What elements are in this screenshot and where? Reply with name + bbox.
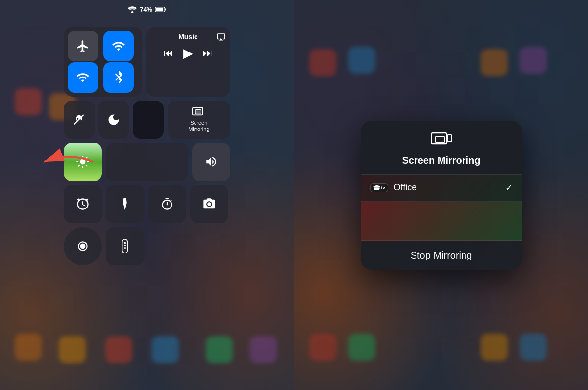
- wifi-button[interactable]: [68, 62, 98, 93]
- screen-mirroring-panel: Screen Mirroring tv Office ✓ Stop Mirror…: [361, 121, 522, 270]
- left-panel: 74%: [0, 0, 294, 390]
- camera-button[interactable]: [190, 185, 228, 223]
- alarm-button[interactable]: [64, 185, 102, 223]
- connectivity-grid: [64, 27, 142, 97]
- right-panel: Screen Mirroring tv Office ✓ Stop Mirror…: [294, 0, 588, 390]
- apple-tv-label: tv: [381, 185, 385, 190]
- mirroring-title: Screen Mirroring: [402, 155, 480, 166]
- do-not-disturb-button[interactable]: [98, 101, 129, 139]
- svg-point-10: [80, 244, 86, 249]
- mirroring-panel-icon: [431, 132, 452, 150]
- brightness-bar: [106, 143, 188, 181]
- flashlight-button[interactable]: [106, 185, 144, 223]
- battery-percentage: 74%: [140, 6, 152, 13]
- stop-mirroring-label[interactable]: Stop Mirroring: [361, 241, 522, 270]
- airplane-mode-button[interactable]: [68, 31, 98, 61]
- music-widget: Music ⏮ ▶ ⏭: [146, 27, 230, 97]
- stop-mirroring-button[interactable]: Stop Mirroring: [361, 241, 522, 270]
- volume-slider[interactable]: [192, 143, 230, 181]
- screen-mirroring-label: ScreenMirroring: [188, 120, 209, 132]
- airplay-icon[interactable]: [217, 32, 225, 41]
- svg-rect-2: [165, 8, 166, 10]
- battery-icon: [155, 6, 166, 13]
- next-button[interactable]: ⏭: [203, 48, 213, 59]
- prev-button[interactable]: ⏮: [164, 48, 173, 59]
- svg-point-12: [124, 242, 126, 244]
- mirroring-header: Screen Mirroring: [361, 121, 522, 175]
- svg-rect-11: [122, 239, 128, 253]
- last-row: [64, 227, 230, 265]
- timer-button[interactable]: [148, 185, 186, 223]
- apple-tv-badge: tv: [370, 183, 388, 192]
- device-name: Office: [394, 182, 505, 193]
- play-button[interactable]: ▶: [183, 46, 193, 61]
- control-center: Music ⏮ ▶ ⏭: [64, 27, 230, 265]
- wifi-status-icon: [128, 6, 137, 13]
- bluetooth-button[interactable]: [103, 62, 134, 93]
- svg-point-8: [207, 202, 211, 206]
- top-row: Music ⏮ ▶ ⏭: [64, 27, 230, 97]
- empty-control-button[interactable]: [133, 101, 164, 139]
- bottom-row: [64, 185, 230, 223]
- svg-rect-19: [447, 135, 452, 142]
- red-arrow: [39, 147, 98, 177]
- svg-rect-13: [124, 245, 126, 246]
- svg-rect-3: [156, 8, 163, 11]
- screen-record-button[interactable]: [64, 227, 102, 265]
- svg-rect-18: [436, 136, 444, 143]
- svg-rect-6: [196, 110, 200, 113]
- svg-point-0: [131, 11, 134, 13]
- music-controls: ⏮ ▶ ⏭: [152, 46, 224, 61]
- second-row: ScreenMirroring: [64, 101, 230, 139]
- svg-rect-15: [124, 248, 126, 249]
- device-preview: [361, 202, 522, 241]
- screen-mirroring-button[interactable]: ScreenMirroring: [168, 101, 230, 139]
- music-title: Music: [152, 33, 224, 41]
- status-bar: 74%: [128, 6, 166, 13]
- orientation-lock-button[interactable]: [64, 101, 95, 139]
- cellular-button[interactable]: [103, 31, 134, 61]
- svg-rect-14: [124, 247, 126, 248]
- remote-button[interactable]: [106, 227, 144, 265]
- device-row[interactable]: tv Office ✓: [361, 175, 522, 202]
- checkmark-icon: ✓: [505, 182, 513, 193]
